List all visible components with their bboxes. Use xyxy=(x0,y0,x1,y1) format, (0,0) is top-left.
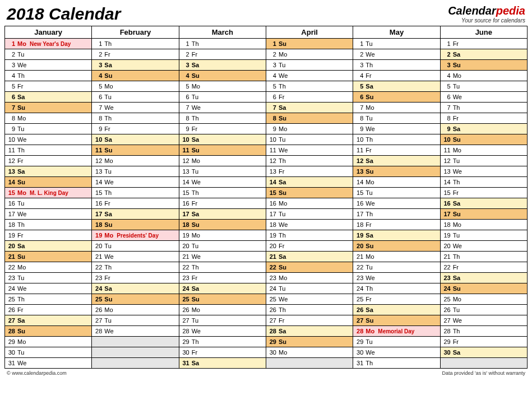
day-dow: Fr xyxy=(104,125,117,132)
day-dow: Th xyxy=(104,40,117,47)
day-dow: Su xyxy=(279,338,291,345)
day-dow: Sa xyxy=(104,285,117,292)
day-number: 12 xyxy=(182,157,192,164)
day-number: 25 xyxy=(269,296,279,303)
day-cell: 6Fr xyxy=(266,92,353,103)
day-dow: We xyxy=(17,360,30,366)
day-dow: Su xyxy=(17,328,30,334)
day-cell xyxy=(92,337,179,347)
day-number: 27 xyxy=(443,317,453,324)
day-cell: 11Su xyxy=(92,145,179,156)
day-cell: 14Th xyxy=(440,177,527,188)
day-number: 14 xyxy=(7,179,17,185)
day-cell: 29Fr xyxy=(440,337,527,347)
day-cell: 4Fr xyxy=(353,71,440,81)
day-number: 24 xyxy=(443,285,453,292)
day-number: 23 xyxy=(355,275,366,281)
day-number: 10 xyxy=(355,136,366,143)
footer-right: Data provided 'as is' without warranty xyxy=(442,370,525,376)
day-dow: Tu xyxy=(279,62,291,68)
day-cell: 10Su xyxy=(440,134,527,145)
day-number: 22 xyxy=(355,264,366,271)
day-dow: Mo xyxy=(279,125,291,132)
day-cell: 17Sa xyxy=(92,209,179,220)
day-dow: Fr xyxy=(453,338,465,345)
day-cell: 28Su xyxy=(5,326,92,337)
day-number: 26 xyxy=(443,306,453,313)
day-dow: Fr xyxy=(192,51,204,58)
day-cell: 11Mo xyxy=(440,145,527,156)
holiday-label: M. L. King Day xyxy=(30,190,89,196)
day-dow: Sa xyxy=(366,232,378,239)
day-dow: Sa xyxy=(17,243,30,249)
day-dow: Fr xyxy=(17,232,30,239)
day-cell: 12Tu xyxy=(440,156,527,166)
day-dow: Th xyxy=(366,136,378,143)
day-cell: 17Tu xyxy=(266,209,353,220)
day-number: 9 xyxy=(182,125,192,132)
day-number: 28 xyxy=(443,328,453,334)
day-number: 29 xyxy=(182,338,192,345)
day-cell: 15Fr xyxy=(440,188,527,198)
holiday-label: Memorial Day xyxy=(378,328,437,334)
day-dow: We xyxy=(104,104,117,111)
day-cell: 1Su xyxy=(266,39,353,49)
day-cell: 5Tu xyxy=(440,81,527,92)
day-number: 2 xyxy=(269,51,279,58)
day-number: 5 xyxy=(7,83,17,90)
day-dow: Th xyxy=(453,179,465,185)
day-number: 2 xyxy=(355,51,366,58)
day-number: 27 xyxy=(355,317,366,324)
day-dow: We xyxy=(453,243,465,249)
day-dow: We xyxy=(17,136,30,143)
day-number: 15 xyxy=(355,189,366,196)
day-cell: 10Sa xyxy=(92,134,179,145)
day-number: 10 xyxy=(182,136,192,143)
day-dow: Fr xyxy=(366,296,378,303)
day-cell: 9Fr xyxy=(92,124,179,134)
day-cell: 27We xyxy=(440,315,527,326)
day-cell: 19Th xyxy=(266,230,353,241)
day-dow: We xyxy=(104,179,117,185)
day-number: 26 xyxy=(182,306,192,313)
day-dow: Fr xyxy=(453,115,465,122)
day-dow: Fr xyxy=(366,147,378,153)
day-dow: Su xyxy=(17,104,30,111)
day-dow: Fr xyxy=(279,94,291,100)
day-dow: Th xyxy=(453,253,465,260)
day-number: 21 xyxy=(443,253,453,260)
day-dow: We xyxy=(366,349,378,356)
day-cell: 14We xyxy=(179,177,266,188)
day-cell: 11Th xyxy=(5,145,92,156)
day-dow: We xyxy=(453,317,465,324)
day-number: 6 xyxy=(94,94,104,100)
day-number: 17 xyxy=(7,211,17,217)
day-dow: Th xyxy=(279,232,291,239)
day-number: 22 xyxy=(182,264,192,271)
day-dow: Fr xyxy=(366,221,378,228)
day-cell: 12Mo xyxy=(92,156,179,166)
day-dow: We xyxy=(279,221,291,228)
day-cell: 4Th xyxy=(5,71,92,81)
day-dow: Th xyxy=(279,157,291,164)
day-dow: Tu xyxy=(366,115,378,122)
day-number: 24 xyxy=(7,285,17,292)
day-dow: Th xyxy=(104,264,117,271)
day-dow: Tu xyxy=(17,125,30,132)
day-dow: Th xyxy=(366,285,378,292)
day-number: 18 xyxy=(182,221,192,228)
logo-part1: Calendar xyxy=(448,4,496,17)
day-cell: 7Th xyxy=(440,103,527,113)
day-number: 10 xyxy=(443,136,453,143)
day-number: 16 xyxy=(269,200,279,207)
day-cell: 1Fr xyxy=(440,39,527,49)
day-dow: Su xyxy=(279,115,291,122)
day-cell xyxy=(440,358,527,369)
day-number: 1 xyxy=(269,40,279,47)
day-dow: Su xyxy=(192,72,204,79)
day-dow: Mo xyxy=(17,115,30,122)
day-cell: 19Fr xyxy=(5,230,92,241)
day-number: 25 xyxy=(7,296,17,303)
day-number: 2 xyxy=(94,51,104,58)
day-number: 18 xyxy=(443,221,453,228)
